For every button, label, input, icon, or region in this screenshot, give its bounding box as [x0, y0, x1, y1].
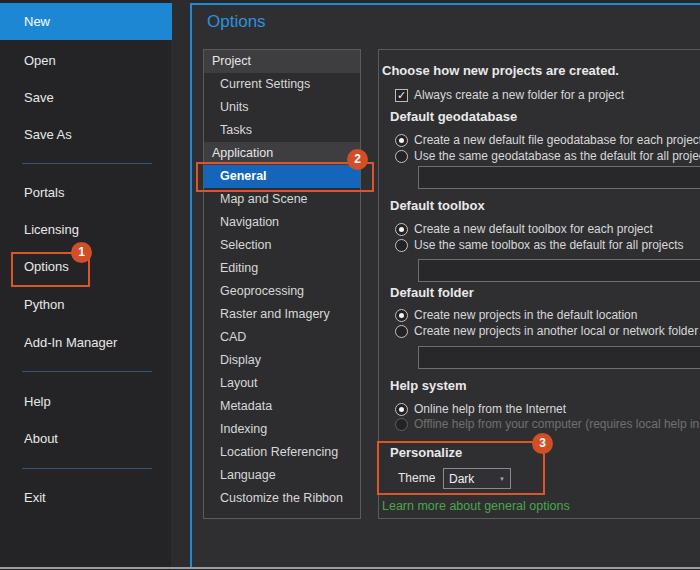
- app-menu-sidebar: New Open Save Save As Portals Licensing …: [0, 0, 190, 570]
- sidebar-item-help[interactable]: Help: [0, 390, 172, 414]
- nav-item-language[interactable]: Language: [204, 464, 360, 487]
- sidebar-edge-strip: [171, 0, 190, 570]
- radio-label: Create a new default toolbox for each pr…: [414, 221, 653, 237]
- checkbox-checked-icon: ✓: [395, 89, 408, 102]
- sidebar-item-python[interactable]: Python: [0, 293, 172, 317]
- nav-item-location-referencing[interactable]: Location Referencing: [204, 441, 360, 464]
- radio-unselected-icon: [395, 150, 408, 163]
- default-folder-heading: Default folder: [390, 285, 474, 301]
- sidebar-item-save-as[interactable]: Save As: [0, 123, 172, 147]
- nav-item-raster-and-imagery[interactable]: Raster and Imagery: [204, 303, 360, 326]
- radio-selected-icon: [395, 309, 408, 322]
- options-category-list: Project Current Settings Units Tasks App…: [203, 49, 361, 519]
- personalize-heading: Personalize: [390, 445, 462, 461]
- radio-unselected-icon: [395, 418, 408, 431]
- radio-selected-icon: [395, 223, 408, 236]
- radio-unselected-icon: [395, 325, 408, 338]
- nav-item-display[interactable]: Display: [204, 349, 360, 372]
- learn-more-link[interactable]: Learn more about general options: [382, 498, 570, 514]
- nav-item-cad[interactable]: CAD: [204, 326, 360, 349]
- radio-projects-other-folder[interactable]: Create new projects in another local or …: [395, 323, 698, 339]
- callout-badge-step3: 3: [532, 433, 553, 454]
- sidebar-divider: [22, 371, 152, 372]
- radio-label: Use the same geodatabase as the default …: [414, 148, 700, 164]
- sidebar-divider: [22, 468, 152, 469]
- sidebar-item-exit[interactable]: Exit: [0, 486, 172, 510]
- nav-item-navigation[interactable]: Navigation: [204, 211, 360, 234]
- radio-selected-icon: [395, 403, 408, 416]
- radio-unselected-icon: [395, 239, 408, 252]
- nav-item-editing[interactable]: Editing: [204, 257, 360, 280]
- nav-item-map-and-scene[interactable]: Map and Scene: [204, 188, 360, 211]
- theme-dropdown[interactable]: Dark ▼: [443, 468, 511, 489]
- radio-new-geodatabase-each-project[interactable]: Create a new default file geodatabase fo…: [395, 132, 700, 148]
- radio-offline-help: Offline help from your computer (require…: [395, 416, 700, 432]
- nav-item-tasks[interactable]: Tasks: [204, 119, 360, 142]
- chevron-down-icon: ▼: [499, 476, 505, 482]
- sidebar-item-new[interactable]: New: [0, 3, 172, 40]
- radio-same-toolbox-all-projects[interactable]: Use the same toolbox as the default for …: [395, 237, 683, 253]
- window-bottom-edge: [0, 567, 700, 569]
- sidebar-item-save[interactable]: Save: [0, 86, 172, 110]
- radio-label: Create new projects in another local or …: [414, 323, 698, 339]
- accent-border-horizontal: [190, 3, 700, 5]
- radio-projects-default-location[interactable]: Create new projects in the default locat…: [395, 307, 637, 323]
- folder-path-input[interactable]: [418, 346, 700, 369]
- radio-new-toolbox-each-project[interactable]: Create a new default toolbox for each pr…: [395, 221, 653, 237]
- radio-label: Offline help from your computer (require…: [414, 416, 700, 432]
- nav-item-general[interactable]: General: [204, 165, 360, 188]
- geodatabase-path-input[interactable]: [418, 166, 700, 189]
- sidebar-item-add-in-manager[interactable]: Add-In Manager: [0, 331, 172, 355]
- nav-group-project: Project: [204, 50, 360, 73]
- sidebar-item-open[interactable]: Open: [0, 49, 172, 73]
- sidebar-item-about[interactable]: About: [0, 427, 172, 451]
- general-options-panel: Choose how new projects are created. ✓ A…: [378, 49, 700, 519]
- nav-item-indexing[interactable]: Indexing: [204, 418, 360, 441]
- default-toolbox-heading: Default toolbox: [390, 198, 485, 214]
- sidebar-divider: [22, 163, 152, 164]
- checkbox-label: Always create a new folder for a project: [414, 87, 624, 103]
- theme-dropdown-value: Dark: [449, 472, 474, 486]
- toolbox-path-input[interactable]: [418, 259, 700, 282]
- nav-item-metadata[interactable]: Metadata: [204, 395, 360, 418]
- accent-border-vertical: [190, 3, 192, 568]
- nav-group-application: Application: [204, 142, 360, 165]
- radio-same-geodatabase-all-projects[interactable]: Use the same geodatabase as the default …: [395, 148, 700, 164]
- nav-item-units[interactable]: Units: [204, 96, 360, 119]
- radio-label: Create new projects in the default locat…: [414, 307, 637, 323]
- nav-item-geoprocessing[interactable]: Geoprocessing: [204, 280, 360, 303]
- radio-label: Create a new default file geodatabase fo…: [414, 132, 700, 148]
- radio-label: Use the same toolbox as the default for …: [414, 237, 683, 253]
- nav-item-current-settings[interactable]: Current Settings: [204, 73, 360, 96]
- default-geodatabase-heading: Default geodatabase: [390, 109, 517, 125]
- sidebar-item-licensing[interactable]: Licensing: [0, 218, 172, 242]
- theme-label: Theme: [398, 470, 435, 486]
- nav-item-customize-the-ribbon[interactable]: Customize the Ribbon: [204, 487, 360, 510]
- radio-label: Online help from the Internet: [414, 401, 566, 417]
- sidebar-item-options[interactable]: Options: [0, 255, 172, 279]
- nav-item-selection[interactable]: Selection: [204, 234, 360, 257]
- page-title: Options: [207, 12, 266, 32]
- nav-item-layout[interactable]: Layout: [204, 372, 360, 395]
- radio-selected-icon: [395, 134, 408, 147]
- sidebar-item-portals[interactable]: Portals: [0, 181, 172, 205]
- panel-intro-heading: Choose how new projects are created.: [382, 63, 619, 79]
- help-system-heading: Help system: [390, 378, 467, 394]
- radio-online-help[interactable]: Online help from the Internet: [395, 401, 566, 417]
- always-create-folder-checkbox[interactable]: ✓ Always create a new folder for a proje…: [395, 87, 624, 103]
